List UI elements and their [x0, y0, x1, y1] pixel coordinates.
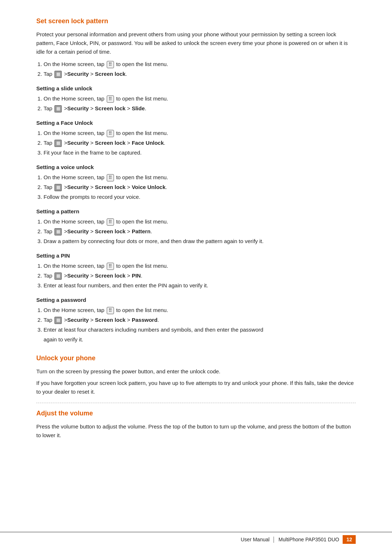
slide-steps: On the Home screen, tap to open the list…: [44, 94, 356, 113]
voice-step-1: On the Home screen, tap to open the list…: [44, 172, 356, 182]
face-step-2: Tap >Security > Screen lock > Face Unloc…: [44, 138, 356, 148]
password-step-2: Tap >Security > Screen lock > Password.: [44, 315, 356, 325]
main-step-1: On the Home screen, tap to open the list…: [44, 59, 356, 69]
intro-text: Protect your personal information and pr…: [36, 30, 356, 56]
grid-icon-1: [107, 61, 114, 68]
settings-icon-6: [54, 272, 62, 280]
subsection-title-slide: Setting a slide unlock: [36, 85, 356, 91]
pin-step-2: Tap >Security > Screen lock > PIN.: [44, 271, 356, 280]
voice-step-3: Follow the prompts to record your voice.: [44, 192, 356, 202]
unlock-body-1: Turn on the screen by pressing the power…: [36, 367, 356, 376]
page-footer: User Manual │ MultiPhone PAP3501 DUO 12: [0, 532, 392, 544]
main-step-2: Tap >Security > Screen lock.: [44, 69, 356, 79]
password-steps: On the Home screen, tap to open the list…: [44, 305, 356, 344]
settings-icon-2: [54, 105, 62, 112]
pin-step-3: Enter at least four numbers, and then en…: [44, 280, 356, 290]
face-step-3: Fit your face in the frame to be capture…: [44, 148, 356, 157]
grid-icon-2: [107, 95, 114, 103]
voice-steps: On the Home screen, tap to open the list…: [44, 172, 356, 202]
slide-step-2: Tap >Security > Screen lock > Slide.: [44, 103, 356, 113]
password-step-1: On the Home screen, tap to open the list…: [44, 305, 356, 315]
pattern-step-3: Draw a pattern by connecting four dots o…: [44, 236, 356, 246]
main-steps-list: On the Home screen, tap to open the list…: [44, 59, 356, 79]
pin-step-1: On the Home screen, tap to open the list…: [44, 261, 356, 271]
subsection-title-voice: Setting a voice unlock: [36, 164, 356, 170]
section-divider: [36, 403, 356, 403]
subsection-title-face: Setting a Face Unlock: [36, 120, 356, 126]
section-title-volume: Adjust the volume: [36, 410, 356, 417]
subsection-title-password: Setting a password: [36, 297, 356, 303]
page: Set screen lock pattern Protect your per…: [0, 0, 392, 554]
pattern-steps: On the Home screen, tap to open the list…: [44, 217, 356, 246]
grid-icon-3: [107, 130, 114, 137]
footer-pipe: │: [273, 537, 276, 542]
footer-product: MultiPhone PAP3501 DUO: [278, 537, 339, 542]
pattern-step-1: On the Home screen, tap to open the list…: [44, 217, 356, 226]
settings-icon-5: [54, 228, 62, 235]
pin-steps: On the Home screen, tap to open the list…: [44, 261, 356, 290]
volume-body: Press the volume button to adjust the vo…: [36, 422, 356, 440]
subsection-title-pattern: Setting a pattern: [36, 208, 356, 214]
unlock-body-2: If you have forgotten your screen lock p…: [36, 379, 356, 396]
subsection-title-pin: Setting a PIN: [36, 253, 356, 259]
settings-icon-4: [54, 184, 62, 191]
footer-label: User Manual: [241, 537, 269, 542]
password-step-3: Enter at least four characters including…: [44, 325, 356, 344]
settings-icon-3: [54, 140, 62, 147]
face-step-1: On the Home screen, tap to open the list…: [44, 128, 356, 138]
grid-icon-5: [107, 218, 114, 226]
grid-icon-4: [107, 174, 114, 181]
grid-icon-7: [107, 307, 114, 314]
settings-icon-1: [54, 71, 62, 78]
face-steps: On the Home screen, tap to open the list…: [44, 128, 356, 157]
grid-icon-6: [107, 263, 114, 270]
voice-step-2: Tap >Security > Screen lock > Voice Unlo…: [44, 182, 356, 192]
footer-page-number: 12: [343, 535, 356, 544]
slide-step-1: On the Home screen, tap to open the list…: [44, 94, 356, 103]
section-title-unlock: Unlock your phone: [36, 354, 356, 362]
pattern-step-2: Tap >Security > Screen lock > Pattern.: [44, 226, 356, 236]
section-title-screen-lock: Set screen lock pattern: [36, 17, 356, 25]
settings-icon-7: [54, 317, 62, 324]
